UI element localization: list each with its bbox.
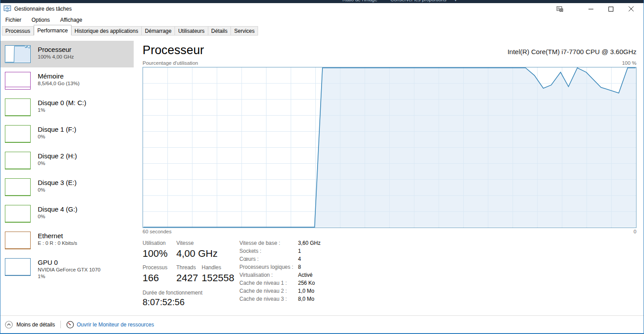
uptime-value: 8:07:52:56 bbox=[143, 296, 239, 308]
detail-label: Cache de niveau 2 : bbox=[239, 287, 298, 295]
stat-value-handles: 152558 bbox=[202, 271, 239, 285]
sidebar-item-title: Disque 3 (E:) bbox=[38, 178, 77, 187]
sidebar-item-disk-0[interactable]: Disque 0 (M: C:)1% bbox=[0, 94, 134, 121]
detail-label: Virtualisation : bbox=[239, 271, 298, 279]
sidebar-item-title: Disque 0 (M: C:) bbox=[38, 98, 86, 107]
sidebar-thumbnail-disk-1-graph-icon bbox=[5, 125, 31, 143]
tab-3-d-marrage[interactable]: Démarrage bbox=[142, 26, 175, 35]
chart-axis-left-label: 60 secondes bbox=[143, 229, 171, 234]
detail-value: 256 Ko bbox=[298, 279, 321, 287]
sidebar-item-subtitle: NVIDIA GeForce GTX 1070 bbox=[38, 267, 100, 273]
resource-monitor-icon bbox=[66, 321, 74, 329]
stat-value-utilisation: 100% bbox=[143, 247, 176, 260]
sidebar-item-subtitle: 100% 4,00 GHz bbox=[38, 54, 74, 60]
sidebar-item-title: Ethernet bbox=[38, 232, 77, 240]
performance-sidebar: Processeur100% 4,00 GHzMémoire8,5/64,0 G… bbox=[0, 35, 134, 315]
menu-item-affichage[interactable]: Affichage bbox=[59, 16, 87, 24]
picture-in-picture-icon[interactable] bbox=[551, 3, 568, 15]
sidebar-item-title: Disque 4 (G:) bbox=[38, 205, 77, 213]
cpu-static-details: Vitesse de base :3,60 GHzSockets :1Cœurs… bbox=[239, 240, 321, 308]
tab-5-d-tails[interactable]: Détails bbox=[208, 26, 231, 35]
titlebar: Gestionnaire des tâches bbox=[0, 3, 644, 15]
detail-value: 1,0 Mo bbox=[298, 287, 321, 295]
stat-label-vitesse: Vitesse bbox=[176, 240, 202, 247]
menu-item-fichier[interactable]: Fichier bbox=[4, 16, 26, 24]
chart-axis-right-label: 0 bbox=[634, 229, 636, 234]
sidebar-thumbnail-disk-3-graph-icon bbox=[5, 178, 31, 196]
menu-item-options[interactable]: Options bbox=[30, 16, 55, 24]
sidebar-item-disk-4[interactable]: Disque 4 (G:)0% bbox=[0, 200, 134, 227]
detail-value: 8 bbox=[298, 263, 321, 271]
detail-label: Cache de niveau 3 : bbox=[239, 295, 298, 303]
sidebar-item-subtitle-2: 1% bbox=[38, 273, 100, 280]
minimize-button[interactable] bbox=[581, 3, 601, 15]
task-manager-app-icon bbox=[4, 5, 12, 12]
sidebar-item-title: Disque 2 (H:) bbox=[38, 152, 77, 160]
tab-strip: ProcessusPerformanceHistorique des appli… bbox=[0, 25, 644, 35]
menu-bar: FichierOptionsAffichage bbox=[0, 15, 644, 25]
less-details-label: Moins de détails bbox=[16, 322, 55, 328]
open-resource-monitor-label: Ouvrir le Moniteur de ressources bbox=[77, 322, 154, 328]
detail-value: 4 bbox=[298, 255, 321, 263]
sidebar-thumbnail-ethernet-graph-icon bbox=[5, 232, 31, 249]
stat-label-utilisation: Utilisation bbox=[143, 240, 176, 247]
detail-label: Sockets : bbox=[239, 248, 298, 255]
cpu-model-name: Intel(R) Core(TM) i7-7700 CPU @ 3.60GHz bbox=[508, 48, 636, 55]
sidebar-item-title: Processeur bbox=[38, 45, 74, 54]
page-title: Processeur bbox=[143, 43, 204, 57]
tab-6-services[interactable]: Services bbox=[231, 26, 258, 35]
detail-value: 1 bbox=[298, 248, 321, 255]
footer-divider bbox=[60, 321, 61, 328]
stat-value-processus: 166 bbox=[143, 271, 176, 285]
sidebar-item-memory[interactable]: Mémoire8,5/64,0 Go (13%) bbox=[0, 67, 134, 94]
sidebar-thumbnail-cpu-graph-icon bbox=[5, 45, 31, 63]
less-details-button[interactable]: Moins de détails bbox=[5, 321, 55, 329]
cpu-detail-pane: Processeur Intel(R) Core(TM) i7-7700 CPU… bbox=[134, 35, 644, 315]
background-strip-label-right: Conserver les proportions bbox=[390, 0, 446, 2]
cpu-usage-chart[interactable] bbox=[143, 67, 636, 228]
tab-2-historique-des-applications[interactable]: Historique des applications bbox=[72, 26, 142, 35]
sidebar-item-subtitle: 0% bbox=[38, 187, 77, 193]
stat-value-vitesse: 4,00 GHz bbox=[176, 247, 202, 260]
stat-value-threads: 2427 bbox=[176, 271, 202, 285]
sidebar-item-disk-1[interactable]: Disque 1 (F:)0% bbox=[0, 121, 134, 147]
sidebar-item-subtitle: 0% bbox=[38, 213, 77, 220]
cpu-chart-svg bbox=[143, 67, 636, 228]
background-strip-caret-icon: ▾ bbox=[454, 0, 457, 3]
sidebar-item-ethernet[interactable]: EthernetE : 0 R : 0 Kbits/s bbox=[0, 227, 134, 254]
maximize-button[interactable] bbox=[601, 3, 621, 15]
sidebar-item-gpu-0[interactable]: GPU 0NVIDIA GeForce GTX 10701% bbox=[0, 254, 134, 284]
tab-0-processus[interactable]: Processus bbox=[2, 26, 34, 35]
sidebar-item-disk-2[interactable]: Disque 2 (H:)0% bbox=[0, 147, 134, 174]
sidebar-item-subtitle: 1% bbox=[38, 107, 86, 114]
background-strip-label-left: Ratio de l'image bbox=[342, 0, 378, 2]
chevron-up-circle-icon bbox=[5, 321, 13, 329]
sidebar-item-cpu[interactable]: Processeur100% 4,00 GHz bbox=[0, 41, 134, 67]
detail-label: Processeurs logiques : bbox=[239, 263, 298, 271]
background-window-strip: Ratio de l'image Conserver les proportio… bbox=[0, 0, 644, 3]
sidebar-item-title: Disque 1 (F:) bbox=[38, 125, 76, 134]
window-title: Gestionnaire des tâches bbox=[14, 6, 72, 12]
sidebar-item-subtitle: 0% bbox=[38, 134, 76, 140]
detail-value: 8,0 Mo bbox=[298, 295, 321, 303]
sidebar-thumbnail-disk-2-graph-icon bbox=[5, 152, 31, 169]
tab-4-utilisateurs[interactable]: Utilisateurs bbox=[175, 26, 208, 35]
chart-max-label: 100 % bbox=[622, 60, 636, 66]
detail-label: Cœurs : bbox=[239, 255, 298, 263]
footer-bar: Moins de détails Ouvrir le Moniteur de r… bbox=[0, 315, 644, 333]
tab-1-performance[interactable]: Performance bbox=[34, 25, 72, 35]
detail-value: Activé bbox=[298, 271, 321, 279]
task-manager-window: Ratio de l'image Conserver les proportio… bbox=[0, 0, 644, 334]
sidebar-item-title: Mémoire bbox=[38, 72, 80, 80]
sidebar-item-subtitle: E : 0 R : 0 Kbits/s bbox=[38, 240, 77, 247]
detail-value: 3,60 GHz bbox=[298, 240, 321, 247]
detail-label: Vitesse de base : bbox=[239, 240, 298, 247]
close-button[interactable] bbox=[621, 3, 641, 15]
sidebar-thumbnail-disk-0-graph-icon bbox=[5, 98, 31, 116]
sidebar-thumbnail-disk-4-graph-icon bbox=[5, 205, 31, 223]
uptime-label: Durée de fonctionnement bbox=[143, 290, 239, 296]
sidebar-item-disk-3[interactable]: Disque 3 (E:)0% bbox=[0, 174, 134, 200]
open-resource-monitor-link[interactable]: Ouvrir le Moniteur de ressources bbox=[66, 321, 154, 329]
sidebar-item-title: GPU 0 bbox=[38, 258, 100, 267]
chart-top-left-label: Pourcentage d'utilisation bbox=[143, 60, 198, 66]
